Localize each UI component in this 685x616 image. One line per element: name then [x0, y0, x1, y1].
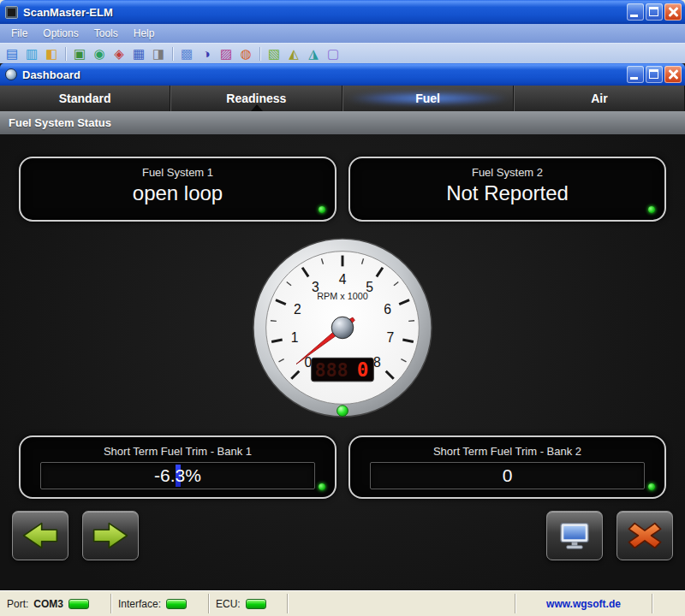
toolbar-icon-9[interactable]: ▩ — [178, 45, 195, 62]
toolbar-icon-1[interactable]: ▤ — [3, 45, 21, 62]
dashboard-titlebar[interactable]: Dashboard — [0, 63, 685, 86]
gauge-digital-value: 0 — [357, 358, 369, 381]
status-ecu: ECU: — [209, 594, 288, 613]
gauge-green-led — [337, 406, 348, 417]
toolbar-icon-10[interactable]: ◑ — [198, 45, 215, 62]
toolbar-icon-12[interactable]: ◍ — [237, 45, 254, 62]
stft-bank1-display: -6.3% — [40, 462, 315, 489]
ecu-led — [246, 599, 266, 609]
toolbar: ▤▥◧▣◉◈▦◨▩◑▨◍▧◭◮▢ — [0, 43, 685, 63]
website-link[interactable]: www.wgsoft.de — [546, 598, 621, 610]
button-row — [0, 499, 685, 560]
fuel-system-2-label: Fuel System 2 — [350, 166, 664, 179]
toolbar-icon-16[interactable]: ▢ — [325, 45, 342, 62]
toolbar-separator — [65, 47, 66, 61]
status-website: www.wgsoft.de — [515, 594, 652, 613]
port-value: COM3 — [33, 598, 63, 610]
toolbar-icon-5[interactable]: ◉ — [91, 45, 108, 62]
tab-air-label: Air — [591, 92, 607, 105]
dashboard-window-controls — [627, 66, 682, 83]
dashboard-minimize-button[interactable] — [627, 66, 644, 83]
toolbar-icon-6[interactable]: ◈ — [110, 45, 128, 62]
minimize-button[interactable] — [627, 3, 644, 21]
fuel-system-1-panel: Fuel System 1 open loop — [19, 157, 337, 222]
scanmaster-main-window: ScanMaster-ELM File Options Tools Help ▤… — [0, 0, 685, 616]
maximize-button[interactable] — [646, 3, 663, 21]
green-led — [319, 483, 325, 490]
tab-air[interactable]: Air — [514, 86, 685, 111]
menu-file[interactable]: File — [3, 26, 35, 41]
tab-pointer-icon — [251, 104, 263, 111]
port-led — [68, 599, 89, 609]
tab-bar: Standard Readiness Fuel Air — [0, 86, 685, 111]
window-controls — [627, 3, 682, 21]
app-title: ScanMaster-ELM — [23, 6, 113, 19]
dashboard-window: Dashboard Standard Readiness Fuel Air Fu… — [0, 63, 685, 590]
menu-tools[interactable]: Tools — [86, 26, 126, 41]
svg-text:7: 7 — [386, 330, 394, 345]
right-arrow-icon — [87, 519, 134, 552]
interface-label: Interface: — [118, 598, 161, 610]
stft-bank1-label: Short Term Fuel Trim - Bank 1 — [21, 445, 335, 458]
green-led — [648, 206, 655, 213]
status-port: Port: COM3 — [0, 594, 111, 613]
toolbar-icon-7[interactable]: ▦ — [130, 45, 147, 62]
stft-bank1-panel: Short Term Fuel Trim - Bank 1 -6.3% — [19, 435, 337, 499]
toolbar-icon-2[interactable]: ▥ — [23, 45, 40, 62]
toolbar-icon-8[interactable]: ◨ — [150, 45, 167, 62]
toolbar-icon-14[interactable]: ◭ — [285, 45, 302, 62]
stft-bank2-label: Short Term Fuel Trim - Bank 2 — [350, 445, 664, 458]
monitor-icon — [551, 519, 598, 552]
back-button[interactable] — [12, 511, 68, 560]
menu-options[interactable]: Options — [35, 26, 86, 41]
toolbar-icon-13[interactable]: ▧ — [265, 45, 283, 62]
gauge-digital-display: 888 0 — [312, 358, 374, 381]
port-label: Port: — [7, 598, 28, 610]
stft-bank2-value: 0 — [371, 463, 644, 489]
forward-button[interactable] — [82, 511, 139, 560]
tab-fuel[interactable]: Fuel — [342, 86, 514, 111]
fuel-system-1-label: Fuel System 1 — [21, 166, 335, 179]
tab-standard[interactable]: Standard — [0, 86, 170, 111]
toolbar-icon-3[interactable]: ◧ — [43, 45, 60, 62]
section-title: Fuel System Status — [0, 111, 685, 134]
dashboard-icon — [5, 68, 17, 80]
toolbar-icon-4[interactable]: ▣ — [71, 45, 88, 62]
tab-readiness-label: Readiness — [226, 92, 286, 105]
toolbar-separator — [259, 47, 260, 61]
dashboard-close-button[interactable] — [664, 66, 682, 83]
status-spacer — [288, 594, 515, 613]
svg-text:2: 2 — [294, 302, 301, 317]
app-icon — [5, 6, 18, 19]
status-bar: Port: COM3 Interface: ECU: www.wgsoft.de — [0, 590, 685, 616]
status-pad — [652, 594, 685, 613]
dashboard-restore-button[interactable] — [646, 66, 663, 83]
toolbar-icon-11[interactable]: ▨ — [217, 45, 235, 62]
interface-led — [166, 599, 187, 609]
svg-text:8: 8 — [373, 355, 381, 370]
gauge-ghost-digits: 888 — [315, 359, 348, 381]
tab-fuel-label: Fuel — [415, 92, 440, 105]
svg-text:6: 6 — [384, 302, 391, 317]
green-led — [319, 206, 325, 213]
left-arrow-icon — [17, 519, 63, 552]
dashboard-content: Fuel System 1 open loop Fuel System 2 No… — [0, 134, 685, 590]
exit-button[interactable] — [616, 511, 673, 560]
close-button[interactable] — [664, 3, 682, 21]
menu-help[interactable]: Help — [126, 26, 163, 41]
status-interface: Interface: — [111, 594, 209, 613]
toolbar-icon-15[interactable]: ◮ — [305, 45, 322, 62]
dashboard-title: Dashboard — [22, 68, 80, 81]
green-led — [648, 483, 655, 490]
rpm-gauge: 012345678 RPM x 1000 888 0 — [250, 235, 435, 420]
svg-text:1: 1 — [291, 330, 299, 345]
app-titlebar[interactable]: ScanMaster-ELM — [0, 0, 685, 24]
gauge-unit-label: RPM x 1000 — [317, 291, 367, 301]
svg-text:4: 4 — [339, 272, 347, 287]
gauge-hub — [331, 317, 354, 339]
rpm-gauge-svg: 012345678 RPM x 1000 888 0 — [250, 235, 435, 420]
monitor-button[interactable] — [546, 511, 603, 560]
tab-standard-label: Standard — [59, 92, 111, 105]
fuel-system-2-value: Not Reported — [350, 181, 664, 205]
fuel-system-2-panel: Fuel System 2 Not Reported — [348, 157, 666, 222]
